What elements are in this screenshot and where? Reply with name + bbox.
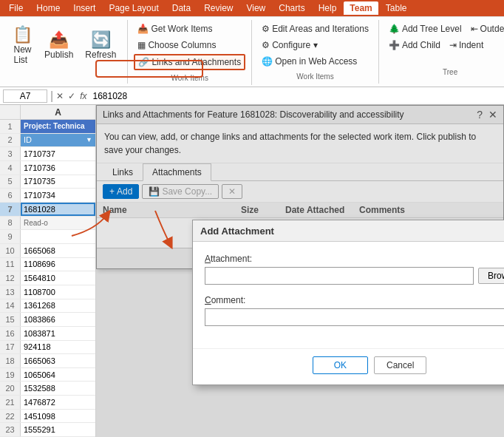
- links-attachments-button[interactable]: 🔗 Links and Attachments: [134, 54, 245, 70]
- new-list-label: NewList: [13, 44, 31, 65]
- browse-button[interactable]: Browse...: [478, 268, 504, 284]
- publish-icon: 📤: [49, 30, 69, 50]
- menu-view[interactable]: View: [240, 1, 271, 15]
- table-row: 181665063: [0, 354, 95, 368]
- get-work-items-button[interactable]: 📥 Get Work Items: [134, 21, 216, 36]
- new-list-button[interactable]: 📋 NewList: [7, 21, 38, 69]
- add-child-icon: ➕: [389, 40, 400, 50]
- table-row: 51710735: [0, 175, 95, 189]
- formula-divider: |: [50, 89, 53, 103]
- ribbon: 📋 NewList 📤 Publish 🔄 Refresh 📥 Get: [0, 16, 504, 87]
- menu-review[interactable]: Review: [198, 1, 239, 15]
- comment-label: Comment:: [205, 295, 504, 305]
- outdent-icon: ⇤: [471, 24, 478, 34]
- add-child-label: Add Child: [402, 40, 440, 50]
- menu-page-layout[interactable]: Page Layout: [103, 1, 164, 15]
- comment-label-c: C: [205, 295, 211, 305]
- table-row: 31710737: [0, 147, 95, 161]
- comment-label-rest: omment:: [211, 295, 246, 305]
- choose-columns-button[interactable]: ▦ Choose Columns: [134, 38, 219, 52]
- indent-button[interactable]: ⇥ Indent: [446, 38, 487, 52]
- ribbon-group-label-3: Work Items: [252, 72, 378, 81]
- ribbon-group-work-items: 📥 Get Work Items ▦ Choose Columns 🔗 Link…: [128, 20, 252, 85]
- dialog-title: Add Attachment: [200, 226, 274, 237]
- open-web-label: Open in Web Access: [275, 56, 357, 67]
- cancel-button[interactable]: Cancel: [374, 356, 426, 374]
- attachment-field: Attachment: Browse...: [205, 254, 504, 285]
- outdent-button[interactable]: ⇤ Outdent: [467, 21, 504, 36]
- col-header-a: A: [21, 105, 95, 120]
- attachment-input-row: Browse...: [205, 267, 504, 285]
- dialog-header: Add Attachment ? ✕: [193, 220, 504, 242]
- ribbon-content: 📋 NewList 📤 Publish 🔄 Refresh 📥 Get: [0, 16, 504, 87]
- add-child-button[interactable]: ➕ Add Child: [385, 38, 444, 52]
- name-box[interactable]: [3, 89, 47, 103]
- table-row: 1 Project: Technica: [0, 120, 95, 134]
- formula-bar: | ✕ ✓ fx: [0, 87, 504, 105]
- add-tree-label: Add Tree Level: [402, 24, 462, 34]
- menu-charts[interactable]: Charts: [273, 1, 310, 15]
- menu-data[interactable]: Data: [166, 1, 197, 15]
- table-row: 151083866: [0, 313, 95, 327]
- ribbon-group-new: 📋 NewList 📤 Publish 🔄 Refresh: [1, 20, 128, 84]
- table-row: 231555291: [0, 423, 95, 437]
- panel-area: Links and Attachments for Feature 168102…: [96, 105, 504, 437]
- comment-input[interactable]: [205, 308, 504, 326]
- table-row: 201532588: [0, 382, 95, 396]
- table-row: 221451098: [0, 410, 95, 424]
- menu-table[interactable]: Table: [380, 1, 413, 15]
- add-tree-icon: 🌲: [389, 24, 400, 34]
- menu-file[interactable]: File: [3, 1, 29, 15]
- indent-icon: ⇥: [449, 40, 457, 50]
- dialog-footer: OK Cancel: [193, 348, 504, 385]
- refresh-button[interactable]: 🔄 Refresh: [80, 27, 121, 64]
- cancel-formula-icon[interactable]: ✕: [56, 91, 64, 101]
- table-row: 161083871: [0, 327, 95, 341]
- insert-function-icon[interactable]: fx: [80, 91, 86, 101]
- links-attachments-icon: 🔗: [138, 57, 149, 67]
- open-web-access-button[interactable]: 🌐 Open in Web Access: [258, 54, 361, 69]
- formula-input[interactable]: [90, 91, 502, 101]
- formula-icons: ✕ ✓ fx: [56, 91, 86, 101]
- table-row: 41710736: [0, 161, 95, 175]
- menu-insert[interactable]: Insert: [67, 1, 101, 15]
- menu-team[interactable]: Team: [344, 1, 378, 15]
- table-row: 111108696: [0, 258, 95, 272]
- confirm-formula-icon[interactable]: ✓: [68, 91, 75, 101]
- links-attachments-label: Links and Attachments: [151, 57, 241, 67]
- table-row: 101665068: [0, 244, 95, 258]
- publish-label: Publish: [44, 50, 73, 60]
- open-web-icon: 🌐: [262, 56, 273, 67]
- menu-bar: File Home Insert Page Layout Data Review…: [0, 0, 504, 16]
- table-row: 17924118: [0, 341, 95, 355]
- table-row: 191065064: [0, 368, 95, 382]
- publish-button[interactable]: 📤 Publish: [39, 27, 78, 64]
- attachment-input[interactable]: [205, 267, 474, 285]
- main-area: A 1 Project: Technica 2 ID ▼ 31710737 41…: [0, 105, 504, 437]
- edit-areas-label: Edit Areas and Iterations: [272, 24, 369, 34]
- table-row: 121564810: [0, 271, 95, 285]
- table-row: 2 ID ▼: [0, 134, 95, 148]
- choose-columns-icon: ▦: [137, 40, 146, 50]
- configure-button[interactable]: ⚙ Configure ▾: [258, 38, 321, 52]
- outdent-label: Outdent: [480, 24, 504, 34]
- get-work-items-icon: 📥: [137, 24, 149, 34]
- table-row: 141361268: [0, 299, 95, 314]
- ribbon-group-tree: 🌲 Add Tree Level ⇤ Outdent ➕ Add Child ⇥…: [379, 20, 504, 79]
- configure-label: Configure ▾: [272, 40, 317, 50]
- ribbon-group-configure: ⚙ Edit Areas and Iterations ⚙ Configure …: [252, 20, 379, 84]
- ok-button[interactable]: OK: [313, 356, 368, 374]
- add-tree-level-button[interactable]: 🌲 Add Tree Level: [385, 21, 466, 36]
- menu-help[interactable]: Help: [313, 1, 343, 15]
- ribbon-group-label-tree: Tree: [379, 68, 504, 76]
- add-attachment-overlay: Add Attachment ? ✕ Attachment: Browse...: [96, 105, 504, 437]
- configure-icon: ⚙: [262, 40, 270, 50]
- get-work-items-label: Get Work Items: [151, 24, 212, 34]
- attachment-label-text: A: [205, 254, 211, 264]
- edit-areas-button[interactable]: ⚙ Edit Areas and Iterations: [258, 21, 372, 36]
- dialog-body: Attachment: Browse... Comment:: [193, 242, 504, 348]
- table-row: 9: [0, 230, 95, 244]
- menu-home[interactable]: Home: [30, 1, 66, 15]
- add-attachment-dialog: Add Attachment ? ✕ Attachment: Browse...: [192, 220, 504, 385]
- new-list-icon: 📋: [13, 25, 33, 44]
